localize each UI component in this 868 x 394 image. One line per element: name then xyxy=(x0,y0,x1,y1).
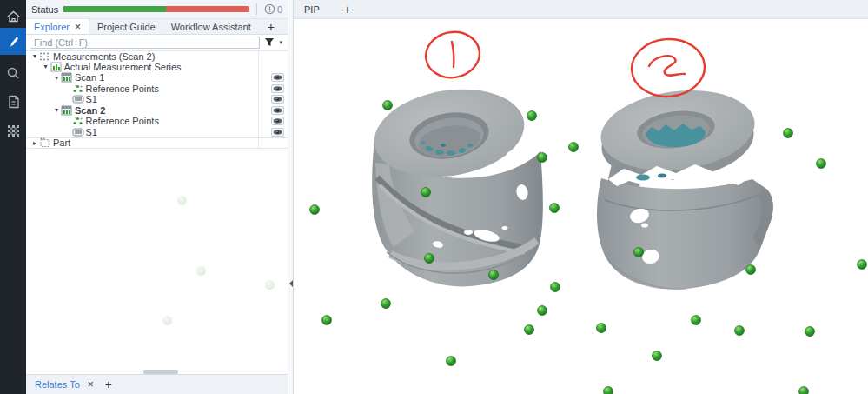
reference-point[interactable] xyxy=(538,153,547,163)
tree-row[interactable]: ▾Measurements (Scan 2) xyxy=(26,50,288,62)
reference-point[interactable] xyxy=(805,327,815,337)
visibility-toggle[interactable] xyxy=(271,73,284,82)
add-view-button[interactable]: + xyxy=(344,3,351,17)
s1-icon xyxy=(72,127,84,137)
search-tool-button[interactable] xyxy=(0,61,26,85)
notification-count: 0 xyxy=(277,4,282,15)
reference-point[interactable] xyxy=(858,260,867,270)
tree-row[interactable]: S1 xyxy=(26,127,288,138)
reference-point[interactable] xyxy=(735,326,745,336)
visibility-toggle[interactable] xyxy=(271,84,284,93)
reference-point[interactable] xyxy=(383,101,393,110)
tree-row-label: Measurements (Scan 2) xyxy=(51,51,155,62)
bottom-tab-bar: Relates To × + xyxy=(26,374,288,394)
status-progress-green xyxy=(63,6,166,12)
tree-row[interactable]: ▾Scan 2 xyxy=(26,105,288,117)
expand-arrow[interactable]: ▾ xyxy=(52,106,61,114)
reference-point[interactable] xyxy=(425,254,434,264)
reference-point[interactable] xyxy=(538,306,547,316)
status-bar: Status 0 xyxy=(26,0,288,19)
reference-point[interactable] xyxy=(447,357,456,366)
close-icon[interactable]: × xyxy=(88,379,94,390)
find-bar: ▾ xyxy=(26,35,288,50)
filter-icon[interactable] xyxy=(264,37,275,47)
reference-point[interactable] xyxy=(799,387,809,394)
s1-icon xyxy=(72,94,84,104)
home-button[interactable] xyxy=(0,4,26,29)
explorer-panel: Status 0 Explorer × Project Guide xyxy=(26,0,288,394)
reference-point[interactable] xyxy=(746,265,756,275)
tree-row[interactable]: Reference Points xyxy=(26,83,288,95)
sketch-tool-button[interactable] xyxy=(0,28,26,55)
tab-label: Project Guide xyxy=(97,22,156,32)
ink-annotations-layer xyxy=(422,28,706,99)
expand-arrow[interactable]: ▾ xyxy=(52,74,61,82)
application-window: Status 0 Explorer × Project Guide xyxy=(0,0,868,394)
reference-point[interactable] xyxy=(322,316,332,325)
pen-icon xyxy=(5,34,21,50)
viewport-3d: PIP + xyxy=(294,0,868,394)
reference-point[interactable] xyxy=(634,248,644,257)
reference-point[interactable] xyxy=(489,270,499,280)
scan-mesh-2[interactable] xyxy=(596,82,773,289)
tree-row[interactable]: ▾Scan 1 xyxy=(26,72,288,83)
tab-relates-to[interactable]: Relates To xyxy=(35,379,80,390)
expand-arrow[interactable]: ▾ xyxy=(42,63,50,70)
refpoints-icon xyxy=(72,83,84,94)
collapse-panel-icon[interactable] xyxy=(289,280,293,287)
status-separator xyxy=(256,3,257,15)
scan-mesh-1[interactable] xyxy=(368,79,542,286)
annotation-circle-1 xyxy=(422,28,483,82)
annotation-circle-2 xyxy=(630,37,706,99)
scan-icon xyxy=(61,72,73,83)
tab-explorer[interactable]: Explorer × xyxy=(26,19,89,34)
add-tab-button[interactable]: + xyxy=(259,19,283,34)
visibility-toggle[interactable] xyxy=(271,117,284,125)
visibility-toggle[interactable] xyxy=(271,106,284,115)
reference-point[interactable] xyxy=(569,143,579,152)
status-progress-bar xyxy=(63,6,249,12)
expand-arrow[interactable]: ▾ xyxy=(30,52,39,60)
tab-project-guide[interactable]: Project Guide xyxy=(89,19,163,34)
reference-point[interactable] xyxy=(310,205,320,215)
reference-point[interactable] xyxy=(604,387,613,394)
tree-row[interactable]: S1 xyxy=(26,94,288,105)
tree-row[interactable]: ▸Part xyxy=(26,137,288,149)
notification-indicator[interactable]: 0 xyxy=(264,3,282,15)
reference-point[interactable] xyxy=(597,324,606,333)
close-icon[interactable]: × xyxy=(75,22,81,32)
tree-row[interactable]: ▾Actual Measurement Series xyxy=(26,62,288,73)
reference-point[interactable] xyxy=(784,129,793,138)
visibility-toggle[interactable] xyxy=(271,128,284,137)
add-tab-button[interactable]: + xyxy=(102,377,116,391)
visibility-toggle[interactable] xyxy=(271,95,284,104)
search-input[interactable] xyxy=(30,37,260,49)
filter-dropdown-icon[interactable]: ▾ xyxy=(279,39,282,46)
apps-button[interactable] xyxy=(0,118,26,143)
report-button[interactable] xyxy=(0,90,26,114)
reference-point[interactable] xyxy=(421,188,431,197)
tree-row-label: S1 xyxy=(84,94,97,104)
reference-point[interactable] xyxy=(525,325,534,335)
scan-icon xyxy=(61,105,73,116)
tab-pip[interactable]: PIP xyxy=(304,4,320,15)
reference-point[interactable] xyxy=(550,204,560,213)
info-icon xyxy=(264,3,275,15)
reference-point[interactable] xyxy=(653,351,662,361)
reference-point[interactable] xyxy=(692,316,701,325)
tree-row-label: Reference Points xyxy=(84,116,159,126)
part-icon xyxy=(39,137,51,148)
model-tree: ▾Measurements (Scan 2)▾Actual Measuremen… xyxy=(26,50,288,149)
annotation-digit-2 xyxy=(649,56,685,75)
tree-row-label: Part xyxy=(51,137,70,148)
panel-splitter[interactable] xyxy=(288,0,294,394)
reference-point[interactable] xyxy=(551,283,560,292)
reference-point[interactable] xyxy=(381,299,391,309)
document-icon xyxy=(7,95,20,109)
scene-canvas[interactable] xyxy=(294,19,868,394)
expand-arrow[interactable]: ▸ xyxy=(30,139,39,147)
tab-workflow-assistant[interactable]: Workflow Assistant xyxy=(163,19,259,34)
reference-point[interactable] xyxy=(527,111,537,121)
reference-point[interactable] xyxy=(817,159,826,169)
tree-row[interactable]: Reference Points xyxy=(26,116,288,127)
